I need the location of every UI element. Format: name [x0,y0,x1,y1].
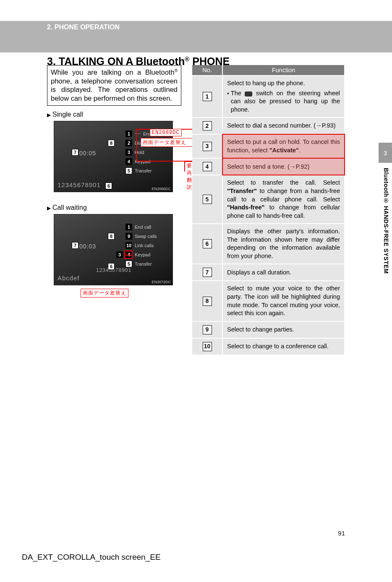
bullet-icon [227,89,229,114]
image-id: EN2066DC [152,187,171,191]
table-row: 8 Select to mute your voice to the other… [192,281,344,321]
document-id: DA_EXT_COROLLA_touch screen_EE [22,553,161,562]
marker-9: 9 [125,233,132,240]
image-id-b: EN2072DC [152,280,171,284]
marker-8: 8 [108,140,115,146]
row-num-4: 4 [203,162,212,171]
table-row: 10 Select to change to a conference call… [192,338,344,355]
function-table: No. Function 1 Select to hang up the pho… [192,65,344,355]
table-row: 4 Select to send a tone. (→P.92) [192,158,344,175]
end-call-label-b: End call [135,224,151,230]
single-call-screenshot: 7 00:05 6 12345678901 8 1End call 2Dial … [54,121,173,192]
header-band: 2. PHONE OPERATION 3. TALKING ON A Bluet… [0,21,392,52]
call-waiting-screenshot: 7 00:03 12345678901 Abcdef 8 6 3 1End ca… [54,214,173,285]
table-row: 9 Select to change parties. [192,321,344,338]
table-row: 1 Select to hang up the phone. The switc… [192,76,344,117]
side-label: Bluetooth® HANDS-FREE SYSTEM [383,168,389,274]
intro-box: While you are talking on a Bluetooth® ph… [47,65,181,106]
row3-post: . [299,147,301,154]
swap-label: Swap calls [135,234,157,239]
row6-text: Displays the other party's information. … [222,224,344,264]
marker-1: 1 [125,130,132,137]
row7-text: Displays a call duration. [222,264,344,281]
row1-line1: Select to hang up the phone. [227,79,340,88]
link-label: Link calls [135,243,154,248]
strike-line [124,255,133,256]
call-waiting-heading: Call waiting [47,204,181,211]
row3-bold: "Activate" [269,147,299,154]
call-timer-b: 00:03 [79,243,96,250]
contact-name: Abcdef [57,274,80,282]
annotation-jp-3: 画面データ差替え [81,289,128,298]
marker-5b: 5 [125,261,132,267]
table-row: 7 Displays a call duration. [192,264,344,281]
table-row: 5 Select to transfer the call. Select "T… [192,175,344,224]
section-label: 2. PHONE OPERATION [47,23,392,31]
phone-number: 12345678901 [57,181,101,188]
table-row: 2 Select to dial a second number. (→P.93… [192,117,344,134]
row8-text: Select to mute your voice to the other p… [222,281,344,321]
col-function: Function [222,65,344,76]
marker-7b: 7 [72,242,78,249]
row5-b1: "Transfer" [227,188,257,194]
row-num-6: 6 [203,239,212,248]
marker-4: 4 [125,158,132,165]
table-row: 6 Displays the other party's information… [192,224,344,264]
intro-pre: While you are talking on a Bluetooth [51,68,175,76]
row-num-9: 9 [203,325,212,334]
marker-6b: 6 [108,263,115,270]
marker-2: 2 [125,140,132,146]
row-num-2: 2 [203,121,212,130]
marker-1b: 1 [125,224,132,230]
marker-6: 6 [105,183,112,189]
hangup-switch-icon [245,91,252,97]
intro-post: phone, a telephone conversation screen i… [51,77,178,102]
keypad-label-b: Keypad [135,252,150,257]
row-num-8: 8 [203,297,212,306]
highlight-row3 [222,134,345,159]
marker-10: 10 [125,242,132,249]
call-timer: 00:05 [79,150,96,157]
marker-8b: 8 [108,233,115,240]
row5-pre: Select to transfer the call. Select [227,179,340,186]
marker-7: 7 [72,149,78,156]
row-num-3: 3 [203,142,212,151]
marker-3b: 3 [116,251,123,258]
transfer-label-b: Transfer [135,261,152,266]
transfer-label: Transfer [135,168,152,173]
row9-text: Select to change parties. [222,321,344,338]
table-row: 3 Select to put a call on hold. To cance… [192,134,344,158]
chapter-tab: 3 [379,143,392,163]
row4-text: Select to send a tone. (→P.92) [227,163,309,170]
single-call-heading: Single call [47,111,181,118]
intro-sup: ® [175,68,178,73]
annotation-code: EN2089DC [150,129,182,136]
row-num-5: 5 [203,195,212,204]
row2-text: Select to dial a second number. (→P.93) [222,117,344,134]
marker-5: 5 [125,167,132,174]
registered-mark: ® [185,55,189,63]
row-num-1: 1 [203,92,212,101]
page-number: 91 [338,530,345,537]
row-num-7: 7 [203,268,212,277]
row5-b2: "Hands-free" [227,204,265,211]
row1-bullet-pre: The [231,90,245,97]
marker-3: 3 [125,149,132,156]
row-num-10: 10 [203,342,212,351]
row10-text: Select to change to a conference call. [222,338,344,355]
col-no: No. [192,65,222,76]
